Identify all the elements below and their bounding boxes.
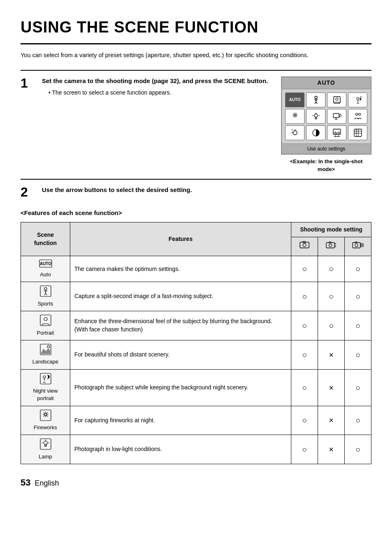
step-2-row: 2 Use the arrow buttons to select the de… <box>21 185 192 199</box>
step-2-number: 2 <box>21 185 37 199</box>
svg-point-60 <box>355 244 358 247</box>
table-row: AUTOAutoThe camera makes the optimum set… <box>21 256 371 282</box>
step-1-title: Set the camera to the shooting mode (pag… <box>42 76 269 85</box>
camera-icon-portrait[interactable] <box>327 93 346 107</box>
mode-icon-1 <box>291 237 318 256</box>
camera-icon-special[interactable] <box>348 125 367 140</box>
svg-line-88 <box>44 412 45 414</box>
scene-cell-0: AUTOAuto <box>21 256 70 282</box>
scene-name-5: Fireworks <box>25 424 66 431</box>
scene-cell-5: Fireworks <box>21 406 70 435</box>
svg-line-11 <box>360 96 361 97</box>
step-2: 2 Use the arrow buttons to select the de… <box>21 179 371 204</box>
camera-icon-landscape[interactable] <box>327 125 346 140</box>
camera-icon-fireworks[interactable] <box>285 109 304 124</box>
page-title: USING THE SCENE FUNCTION <box>21 16 371 44</box>
svg-rect-59 <box>353 243 360 248</box>
mode2-cell-3: × <box>318 340 345 369</box>
camera-icon-monitor[interactable] <box>327 109 346 124</box>
mode1-cell-4: ○ <box>291 369 318 406</box>
scene-cell-6: Lamp <box>21 435 70 464</box>
svg-point-14 <box>294 114 296 116</box>
scene-icon-4 <box>25 373 66 387</box>
camera-screen: AUTO AUTO <box>281 76 371 155</box>
scene-icon-1 <box>25 285 66 299</box>
camera-icon-sports[interactable] <box>306 93 325 107</box>
svg-rect-32 <box>339 114 341 117</box>
camera-screen-footer: Use auto settings <box>282 143 371 154</box>
camera-icon-people[interactable] <box>348 109 367 124</box>
page-number: 53 <box>21 477 30 489</box>
mode3-cell-6: ○ <box>345 435 371 464</box>
svg-point-93 <box>44 441 47 445</box>
svg-point-8 <box>357 97 359 100</box>
svg-point-54 <box>329 244 332 247</box>
mode-icon-2 <box>318 237 345 256</box>
intro-text: You can select from a variety of preset … <box>21 51 371 60</box>
svg-point-33 <box>355 113 357 115</box>
mode2-cell-1: ○ <box>318 282 345 311</box>
mode2-cell-2: ○ <box>318 311 345 340</box>
scene-icon-3 <box>25 344 66 358</box>
table-row: SportsCapture a split-second image of a … <box>21 282 371 311</box>
scene-icon-0: AUTO <box>25 259 66 270</box>
scene-icon-6 <box>25 438 66 452</box>
page-language: English <box>35 478 59 488</box>
svg-point-51 <box>303 243 306 247</box>
scene-table: Scene function Features Shooting mode se… <box>21 222 371 464</box>
svg-point-77 <box>47 345 50 348</box>
scene-name-4: Night view portrait <box>25 387 66 402</box>
svg-rect-45 <box>354 129 362 137</box>
scene-name-0: Auto <box>25 271 66 278</box>
step-1: 1 Set the camera to the shooting mode (p… <box>21 70 371 179</box>
col-header-shooting: Shooting mode setting <box>291 222 371 237</box>
mode2-cell-4: × <box>318 369 345 406</box>
col-header-features: Features <box>70 222 291 256</box>
svg-rect-50 <box>300 242 309 248</box>
scene-cell-1: Sports <box>21 282 70 311</box>
features-cell-1: Capture a split-second image of a fast-m… <box>70 282 291 311</box>
camera-icon-macro[interactable] <box>285 125 304 140</box>
svg-line-21 <box>293 116 294 117</box>
mode1-cell-3: ○ <box>291 340 318 369</box>
mode3-cell-1: ○ <box>345 282 371 311</box>
steps-container: 1 Set the camera to the shooting mode (p… <box>21 70 371 204</box>
scene-name-3: Landscape <box>25 358 66 366</box>
mode3-cell-0: ○ <box>345 256 371 282</box>
svg-line-72 <box>44 293 46 295</box>
scene-icon-5 <box>25 410 66 423</box>
svg-point-7 <box>336 98 338 100</box>
features-heading: <Features of each scene function> <box>21 208 371 217</box>
step-1-content: Set the camera to the shooting mode (pag… <box>42 76 269 97</box>
mode1-cell-0: ○ <box>291 256 318 282</box>
camera-icon-blackwhite[interactable] <box>306 125 325 140</box>
page-footer: 53 English <box>21 477 371 489</box>
svg-rect-6 <box>334 97 340 103</box>
table-row: PortraitEnhance the three-dimensional fe… <box>21 311 371 340</box>
camera-icon-lamp[interactable] <box>306 109 325 124</box>
table-row: LandscapeFor beautiful shots of distant … <box>21 340 371 369</box>
svg-point-79 <box>43 376 46 378</box>
mode3-cell-3: ○ <box>345 340 371 369</box>
step-1-left: 1 Set the camera to the shooting mode (p… <box>21 76 269 173</box>
svg-rect-74 <box>40 315 51 326</box>
mode1-cell-6: ○ <box>291 435 318 464</box>
mode1-cell-5: ○ <box>291 406 318 435</box>
features-cell-0: The camera makes the optimum settings. <box>70 256 291 282</box>
svg-point-35 <box>293 131 297 135</box>
svg-line-37 <box>292 130 293 130</box>
features-cell-5: For capturing fireworks at night. <box>70 406 291 435</box>
table-row: FireworksFor capturing fireworks at nigh… <box>21 406 371 435</box>
table-row: LampPhotograph in low-light conditions.○… <box>21 435 371 464</box>
mode3-cell-4: ○ <box>345 369 371 406</box>
svg-line-90 <box>44 415 45 416</box>
svg-rect-53 <box>326 243 334 248</box>
mode3-cell-2: ○ <box>345 311 371 340</box>
camera-icon-nightportrait[interactable] <box>348 93 367 107</box>
step-1-number: 1 <box>21 76 37 90</box>
svg-line-91 <box>46 412 48 414</box>
step-1-bullet: The screen to select a scene function ap… <box>42 88 269 97</box>
camera-icon-auto[interactable]: AUTO <box>285 93 304 107</box>
svg-point-0 <box>315 96 317 99</box>
table-row: Night view portraitPhotograph the subjec… <box>21 369 371 406</box>
